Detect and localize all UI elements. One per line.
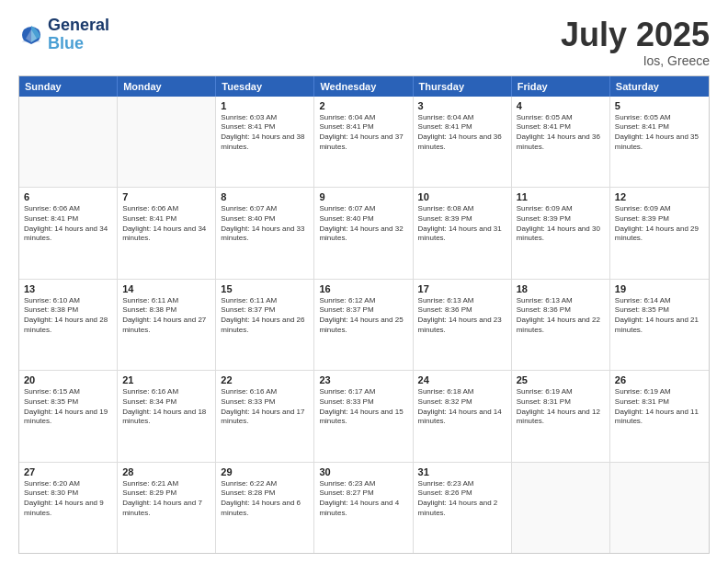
title-block: July 2025 Ios, Greece [561,17,710,68]
day-number-8: 8 [221,191,309,202]
day-info-4: Sunrise: 6:05 AMSunset: 8:41 PMDaylight:… [517,113,605,153]
day-info-21: Sunrise: 6:16 AMSunset: 8:34 PMDaylight:… [122,387,210,427]
week-row-4: 20Sunrise: 6:15 AMSunset: 8:35 PMDayligh… [19,371,709,462]
day-28: 28Sunrise: 6:21 AMSunset: 8:29 PMDayligh… [118,463,216,553]
day-30: 30Sunrise: 6:23 AMSunset: 8:27 PMDayligh… [314,463,413,553]
day-number-5: 5 [615,100,704,111]
day-7: 7Sunrise: 6:06 AMSunset: 8:41 PMDaylight… [118,188,216,278]
day-info-30: Sunrise: 6:23 AMSunset: 8:27 PMDaylight:… [319,479,407,519]
logo: GeneralBlue [18,17,109,53]
day-number-30: 30 [319,466,407,477]
day-27: 27Sunrise: 6:20 AMSunset: 8:30 PMDayligh… [19,463,118,553]
day-number-9: 9 [319,191,407,202]
day-6: 6Sunrise: 6:06 AMSunset: 8:41 PMDaylight… [19,188,118,278]
header-tuesday: Tuesday [216,76,314,97]
day-number-2: 2 [319,100,407,111]
day-number-21: 21 [122,374,210,385]
day-info-17: Sunrise: 6:13 AMSunset: 8:36 PMDaylight:… [418,296,506,336]
day-number-15: 15 [221,283,309,294]
day-13: 13Sunrise: 6:10 AMSunset: 8:38 PMDayligh… [19,280,118,370]
day-number-27: 27 [24,466,112,477]
day-info-2: Sunrise: 6:04 AMSunset: 8:41 PMDaylight:… [319,113,407,153]
day-18: 18Sunrise: 6:13 AMSunset: 8:36 PMDayligh… [512,280,610,370]
day-number-12: 12 [615,191,704,202]
header-sunday: Sunday [19,76,118,97]
day-info-1: Sunrise: 6:03 AMSunset: 8:41 PMDaylight:… [221,113,309,153]
logo-text: GeneralBlue [48,17,109,53]
day-number-20: 20 [24,374,112,385]
week-row-3: 13Sunrise: 6:10 AMSunset: 8:38 PMDayligh… [19,280,709,371]
day-4: 4Sunrise: 6:05 AMSunset: 8:41 PMDaylight… [512,97,610,187]
day-number-18: 18 [517,283,605,294]
header-saturday: Saturday [610,76,709,97]
day-22: 22Sunrise: 6:16 AMSunset: 8:33 PMDayligh… [216,371,314,461]
day-info-18: Sunrise: 6:13 AMSunset: 8:36 PMDaylight:… [517,296,605,336]
day-number-24: 24 [418,374,506,385]
day-number-4: 4 [517,100,605,111]
day-info-27: Sunrise: 6:20 AMSunset: 8:30 PMDaylight:… [24,479,112,519]
day-number-28: 28 [122,466,210,477]
day-info-25: Sunrise: 6:19 AMSunset: 8:31 PMDaylight:… [517,387,605,427]
location: Ios, Greece [561,53,710,68]
day-info-15: Sunrise: 6:11 AMSunset: 8:37 PMDaylight:… [221,296,309,336]
day-31: 31Sunrise: 6:23 AMSunset: 8:26 PMDayligh… [414,463,512,553]
month-title: July 2025 [561,17,710,53]
day-number-6: 6 [24,191,112,202]
day-info-12: Sunrise: 6:09 AMSunset: 8:39 PMDaylight:… [615,204,704,244]
calendar-body: 1Sunrise: 6:03 AMSunset: 8:41 PMDaylight… [19,97,709,553]
empty-cell-0-0 [19,97,118,187]
empty-cell-4-5 [512,463,610,553]
day-16: 16Sunrise: 6:12 AMSunset: 8:37 PMDayligh… [314,280,413,370]
day-12: 12Sunrise: 6:09 AMSunset: 8:39 PMDayligh… [610,188,709,278]
calendar-header: Sunday Monday Tuesday Wednesday Thursday… [19,76,709,97]
day-info-8: Sunrise: 6:07 AMSunset: 8:40 PMDaylight:… [221,204,309,244]
day-number-14: 14 [122,283,210,294]
day-8: 8Sunrise: 6:07 AMSunset: 8:40 PMDaylight… [216,188,314,278]
day-number-11: 11 [517,191,605,202]
day-number-25: 25 [517,374,605,385]
day-number-31: 31 [418,466,506,477]
calendar: Sunday Monday Tuesday Wednesday Thursday… [18,75,710,554]
day-number-3: 3 [418,100,506,111]
day-24: 24Sunrise: 6:18 AMSunset: 8:32 PMDayligh… [414,371,512,461]
empty-cell-0-1 [118,97,216,187]
day-number-17: 17 [418,283,506,294]
day-number-7: 7 [122,191,210,202]
day-info-22: Sunrise: 6:16 AMSunset: 8:33 PMDaylight:… [221,387,309,427]
day-14: 14Sunrise: 6:11 AMSunset: 8:38 PMDayligh… [118,280,216,370]
day-10: 10Sunrise: 6:08 AMSunset: 8:39 PMDayligh… [414,188,512,278]
day-20: 20Sunrise: 6:15 AMSunset: 8:35 PMDayligh… [19,371,118,461]
day-info-10: Sunrise: 6:08 AMSunset: 8:39 PMDaylight:… [418,204,506,244]
day-number-19: 19 [615,283,704,294]
logo-icon [18,22,44,48]
day-info-31: Sunrise: 6:23 AMSunset: 8:26 PMDaylight:… [418,479,506,519]
header-monday: Monday [118,76,216,97]
week-row-5: 27Sunrise: 6:20 AMSunset: 8:30 PMDayligh… [19,463,709,553]
day-info-13: Sunrise: 6:10 AMSunset: 8:38 PMDaylight:… [24,296,112,336]
day-info-23: Sunrise: 6:17 AMSunset: 8:33 PMDaylight:… [319,387,407,427]
day-23: 23Sunrise: 6:17 AMSunset: 8:33 PMDayligh… [314,371,413,461]
day-11: 11Sunrise: 6:09 AMSunset: 8:39 PMDayligh… [512,188,610,278]
day-29: 29Sunrise: 6:22 AMSunset: 8:28 PMDayligh… [216,463,314,553]
day-info-19: Sunrise: 6:14 AMSunset: 8:35 PMDaylight:… [615,296,704,336]
day-info-28: Sunrise: 6:21 AMSunset: 8:29 PMDaylight:… [122,479,210,519]
day-21: 21Sunrise: 6:16 AMSunset: 8:34 PMDayligh… [118,371,216,461]
day-info-14: Sunrise: 6:11 AMSunset: 8:38 PMDaylight:… [122,296,210,336]
day-number-13: 13 [24,283,112,294]
day-info-6: Sunrise: 6:06 AMSunset: 8:41 PMDaylight:… [24,204,112,244]
day-info-24: Sunrise: 6:18 AMSunset: 8:32 PMDaylight:… [418,387,506,427]
day-26: 26Sunrise: 6:19 AMSunset: 8:31 PMDayligh… [610,371,709,461]
day-info-20: Sunrise: 6:15 AMSunset: 8:35 PMDaylight:… [24,387,112,427]
day-17: 17Sunrise: 6:13 AMSunset: 8:36 PMDayligh… [414,280,512,370]
empty-cell-4-6 [610,463,709,553]
day-info-7: Sunrise: 6:06 AMSunset: 8:41 PMDaylight:… [122,204,210,244]
day-25: 25Sunrise: 6:19 AMSunset: 8:31 PMDayligh… [512,371,610,461]
header-thursday: Thursday [414,76,512,97]
page-header: GeneralBlue July 2025 Ios, Greece [18,17,710,68]
day-number-10: 10 [418,191,506,202]
header-friday: Friday [512,76,610,97]
day-19: 19Sunrise: 6:14 AMSunset: 8:35 PMDayligh… [610,280,709,370]
day-9: 9Sunrise: 6:07 AMSunset: 8:40 PMDaylight… [314,188,413,278]
day-number-1: 1 [221,100,309,111]
day-1: 1Sunrise: 6:03 AMSunset: 8:41 PMDaylight… [216,97,314,187]
